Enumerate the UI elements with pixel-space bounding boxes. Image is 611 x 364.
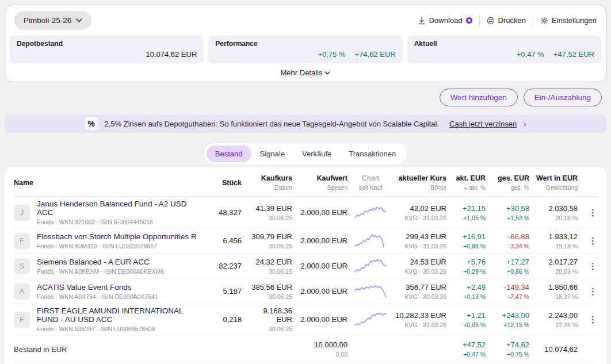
tab-signale[interactable]: Signale xyxy=(251,145,293,162)
table-row[interactable]: F Flossbach von Storch Multiple Opportun… xyxy=(14,228,597,253)
table-row[interactable]: S Siemens Balanced - A EUR ACC Fonds · W… xyxy=(14,253,597,278)
wert-value: 2.243,00 xyxy=(534,311,578,320)
kaufkurs-value: 24,32 EUR xyxy=(246,258,292,266)
col-akt-pct[interactable]: ⌄akt. % xyxy=(451,184,486,191)
row-menu-button[interactable]: ⋮ xyxy=(589,315,597,324)
printer-icon xyxy=(487,17,495,25)
wert-value: 1.933,12 xyxy=(534,232,578,241)
col-kaufkurs: Kaufkurs xyxy=(246,174,292,182)
kaufwert-value: 2.000,00 EUR xyxy=(297,236,347,245)
stueck-value: 82,237 xyxy=(206,262,242,270)
sparkline-chart xyxy=(354,283,387,298)
fund-avatar: A xyxy=(14,283,30,300)
download-button[interactable]: Download xyxy=(418,16,472,25)
ges-eur-value: +30,58 xyxy=(490,204,529,213)
tab-verkaeufe[interactable]: Verkäufe xyxy=(293,145,340,162)
fund-name-link[interactable]: ACATIS Value Event Fonds xyxy=(37,283,158,292)
kaufkurs-value: 9.168,36 EUR xyxy=(246,306,292,324)
fund-avatar: F xyxy=(14,233,30,249)
col-wert: Wert in EUR xyxy=(534,174,578,182)
aktuell-percent: +0,47 % xyxy=(517,50,544,59)
table-row[interactable]: J Janus Henderson Balanced Fund - A2 USD… xyxy=(14,197,597,228)
sparkline-chart xyxy=(354,258,387,273)
akt-eur-value: +1,21 xyxy=(451,311,486,320)
tab-transaktionen[interactable]: Transaktionen xyxy=(340,145,404,162)
kurs-quelle: KVG · 30.03.26 xyxy=(394,293,446,300)
summary-cards: Depotbestand 10.074,62 EUR Performance +… xyxy=(10,36,601,63)
kaufwert-value: 2.000,00 EUR xyxy=(297,287,347,296)
tab-bestand[interactable]: Bestand xyxy=(207,145,251,162)
kurs-value: 10.282,33 EUR xyxy=(394,311,446,320)
fund-name-link[interactable]: Flossbach von Storch Multiple Opportunit… xyxy=(37,232,197,241)
ges-eur-value: -66,88 xyxy=(490,232,529,241)
kaufwert-value: 2.000,00 EUR xyxy=(297,315,347,324)
download-icon xyxy=(418,17,426,25)
fund-name-link[interactable]: FIRST EAGLE AMUNDI INTERNATIONAL FUND - … xyxy=(37,306,201,324)
kaufdatum: 30.06.25 xyxy=(246,293,292,300)
stueck-value: 6,456 xyxy=(206,236,242,245)
fund-name-link[interactable]: Siemens Balanced - A EUR ACC xyxy=(37,258,164,266)
kaufkurs-value: 309,79 EUR xyxy=(246,232,292,241)
kaufdatum: 30.06.25 xyxy=(246,243,292,250)
deposit-withdraw-button[interactable]: Ein-/Auszahlung xyxy=(524,89,602,106)
gewichtung-value: 20,16 % xyxy=(534,214,578,221)
kurs-value: 356,77 EUR xyxy=(394,283,446,292)
card-depotbestand: Depotbestand 10.074,62 EUR xyxy=(10,36,204,63)
print-button[interactable]: Drucken xyxy=(487,16,526,25)
sparkline-chart xyxy=(354,204,387,219)
kaufwert-value: 2.000,00 EUR xyxy=(297,208,347,217)
mehr-details-button[interactable]: Mehr Details xyxy=(281,68,331,77)
chevron-down-icon xyxy=(76,18,82,22)
akt-pct-value: +0,13 % xyxy=(451,293,486,300)
performance-value: +74,62 EUR xyxy=(354,50,395,59)
col-chart-sub: seit Kauf xyxy=(352,184,389,191)
col-name: Name xyxy=(14,179,33,187)
footer-ges-pct: +0,75 % xyxy=(490,351,529,358)
footer-spesen: 0,00 xyxy=(297,351,347,358)
row-menu-button[interactable]: ⋮ xyxy=(589,208,597,217)
table-row[interactable]: A ACATIS Value Event Fonds Fonds · WKN A… xyxy=(14,278,597,304)
portfolio-selector[interactable]: Pimboli-25-26 xyxy=(14,11,91,30)
sort-chevron-icon: ⌄ xyxy=(463,185,468,190)
depotbestand-value: 10.074,62 EUR xyxy=(146,50,197,59)
banner-arrow-icon: › xyxy=(524,120,526,128)
divider xyxy=(479,16,480,25)
fund-name-link[interactable]: Janus Henderson Balanced Fund - A2 USD A… xyxy=(37,200,201,217)
kurs-quelle: KVG · 31.03.26 xyxy=(394,321,446,328)
col-kaufwert: Kaufwert xyxy=(297,174,347,182)
row-menu-button[interactable]: ⋮ xyxy=(589,236,597,245)
col-kaufkurs-sub: Datum xyxy=(246,184,292,191)
gewichtung-value: 18,37 % xyxy=(534,293,578,300)
kaufwert-value: 2.000,00 EUR xyxy=(297,262,347,270)
stueck-value: 0,218 xyxy=(206,315,242,324)
ges-pct-value: +0,86 % xyxy=(490,268,529,275)
fund-avatar: J xyxy=(14,205,30,221)
col-stueck: Stück xyxy=(206,179,242,187)
view-tabs: Bestand Signale Verkäufe Transaktionen xyxy=(204,143,407,164)
interest-banner: % 2,5% Zinsen aufs Depotguthaben: So fun… xyxy=(5,114,606,133)
gewichtung-value: 20,03 % xyxy=(534,268,578,275)
card-label: Depotbestand xyxy=(17,40,197,48)
wert-value: 2.017,27 xyxy=(534,258,578,266)
banner-text: 2,5% Zinsen aufs Depotguthaben: So funkt… xyxy=(105,120,440,128)
header-actions: Download Drucken Einstellungen xyxy=(418,16,597,25)
ges-pct-value: +1,53 % xyxy=(490,214,529,221)
holdings-table: Name Stück KaufkursDatum KaufwertSpesen … xyxy=(5,167,606,364)
fund-identifiers: Fonds · WKN 921662 · ISIN IE0004445015 xyxy=(37,219,201,225)
col-kurs: aktueller Kurs xyxy=(394,174,446,182)
settings-button[interactable]: Einstellungen xyxy=(540,16,597,25)
sparkline-chart xyxy=(354,232,387,247)
row-menu-button[interactable]: ⋮ xyxy=(589,262,597,270)
table-row[interactable]: F FIRST EAGLE AMUNDI INTERNATIONAL FUND … xyxy=(14,304,597,335)
mehr-details-label: Mehr Details xyxy=(281,68,323,77)
footer-ges-eur: +74,62 xyxy=(490,340,529,349)
add-asset-button[interactable]: Wert hinzufügen xyxy=(440,89,518,106)
download-label: Download xyxy=(429,16,463,25)
sparkline-chart xyxy=(354,311,387,326)
col-gewichtung: Gewichtung xyxy=(534,184,578,191)
footer-akt-eur: +47,52 xyxy=(451,340,486,349)
gewichtung-value: 19,18 % xyxy=(534,243,578,250)
banner-link[interactable]: Cash jetzt verzinsen xyxy=(449,120,517,128)
row-menu-button[interactable]: ⋮ xyxy=(589,287,597,296)
kurs-quelle: KVG · 30.03.26 xyxy=(394,268,446,275)
